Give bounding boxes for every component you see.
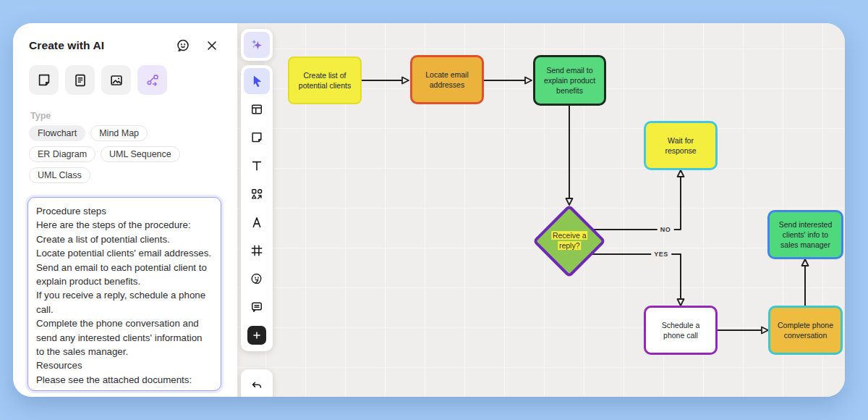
edge-create-to-locate: [362, 77, 409, 84]
sticky-note-tool-button[interactable]: [244, 125, 270, 151]
type-chip-uml-sequence[interactable]: UML Sequence: [101, 146, 180, 162]
edge-label-yes: YES: [651, 250, 671, 259]
close-icon: [205, 38, 219, 53]
select-cursor-button[interactable]: [244, 68, 270, 94]
flow-node-label: Create list of potential clients: [295, 70, 354, 91]
flow-node-label: Send email to explain product benefits: [541, 65, 598, 96]
edge-send-to-diamond: [566, 106, 573, 205]
close-panel-button[interactable]: [203, 36, 221, 55]
flow-node-create-list[interactable]: Create list of potential clients: [288, 56, 362, 104]
edge-no-to-wait: [594, 170, 684, 230]
ai-sparkles-button[interactable]: [244, 32, 270, 58]
edge-yes-to-schedule: [592, 254, 684, 306]
templates-tool-button[interactable]: [244, 96, 270, 122]
type-chip-mind-map[interactable]: Mind Map: [90, 125, 148, 141]
flow-node-send-info[interactable]: Send interested clients' info to sales m…: [767, 210, 843, 259]
mode-diagram-button[interactable]: [137, 65, 167, 95]
feedback-button[interactable]: [174, 36, 192, 55]
type-label: Type: [13, 95, 237, 125]
mode-document-button[interactable]: [65, 65, 95, 95]
flow-node-wait-response[interactable]: Wait for response: [644, 121, 718, 170]
shapes-tool-button[interactable]: [244, 181, 270, 207]
text-tool-button[interactable]: [244, 153, 270, 179]
panel-header: Create with AI: [13, 23, 237, 59]
undo-icon: [250, 378, 264, 392]
sticky-note-icon: [250, 130, 264, 145]
mode-sticky-note-button[interactable]: [29, 65, 59, 95]
edge-schedule-to-complete: [718, 327, 768, 334]
sticky-note-icon: [36, 72, 52, 88]
pen-marker-icon: [250, 215, 264, 230]
comment-icon: [250, 300, 264, 314]
main-tool-container: [241, 65, 273, 351]
edge-complete-to-sendinfo: [802, 259, 809, 306]
app-window: NO YES Create list of potential clients …: [13, 23, 845, 397]
flow-node-label: Schedule a phone call: [652, 320, 710, 340]
edge-locate-to-send: [484, 77, 532, 84]
panel-title: Create with AI: [29, 39, 163, 52]
text-icon: [250, 159, 264, 173]
type-chip-flowchart[interactable]: Flowchart: [29, 125, 85, 141]
flow-node-label: Complete phone conversation: [776, 320, 835, 340]
undo-button[interactable]: [244, 372, 270, 397]
flow-node-label: Wait for response: [652, 135, 710, 156]
flow-node-label: Locate email addresses: [418, 70, 476, 90]
prompt-input[interactable]: Procedure steps Here are the steps of th…: [27, 197, 221, 391]
edge-label-no: NO: [658, 225, 674, 234]
document-icon: [72, 72, 88, 88]
flow-node-complete-conversation[interactable]: Complete phone conversation: [768, 306, 843, 355]
add-more-tools-button[interactable]: [247, 326, 266, 345]
whiteboard-canvas[interactable]: NO YES Create list of potential clients …: [237, 23, 845, 397]
frame-icon: [250, 243, 264, 258]
type-chip-er-diagram[interactable]: ER Diagram: [29, 146, 95, 162]
flow-node-send-email[interactable]: Send email to explain product benefits: [533, 55, 606, 106]
flow-node-label: Send interested clients' info to sales m…: [775, 219, 835, 251]
ai-sparkles-icon: [249, 37, 265, 53]
image-icon: [109, 72, 124, 88]
shapes-icon: [250, 187, 264, 201]
undo-tool-container: [241, 369, 273, 397]
flow-node-label: Receive a reply?: [546, 231, 592, 251]
feedback-smiley-icon: [175, 38, 191, 54]
comment-tool-button[interactable]: [244, 294, 270, 320]
flow-node-schedule-call[interactable]: Schedule a phone call: [644, 306, 718, 355]
create-with-ai-panel: Create with AI: [13, 23, 237, 397]
layout-template-icon: [250, 102, 264, 117]
ai-tool-container: [241, 29, 273, 61]
pen-tool-button[interactable]: [244, 209, 270, 235]
cursor-icon: [250, 74, 264, 88]
sticker-smiley-icon: [250, 272, 264, 286]
tool-rail: [241, 23, 273, 397]
mode-button-row: [13, 59, 237, 95]
sticker-tool-button[interactable]: [244, 266, 270, 292]
diagram-icon: [145, 72, 161, 88]
frame-tool-button[interactable]: [244, 238, 270, 264]
flow-node-locate-email[interactable]: Locate email addresses: [410, 55, 484, 104]
type-chip-group: Flowchart Mind Map ER Diagram UML Sequen…: [13, 125, 230, 183]
plus-icon: [252, 330, 262, 340]
mode-image-button[interactable]: [101, 65, 131, 95]
type-chip-uml-class[interactable]: UML Class: [29, 167, 90, 183]
